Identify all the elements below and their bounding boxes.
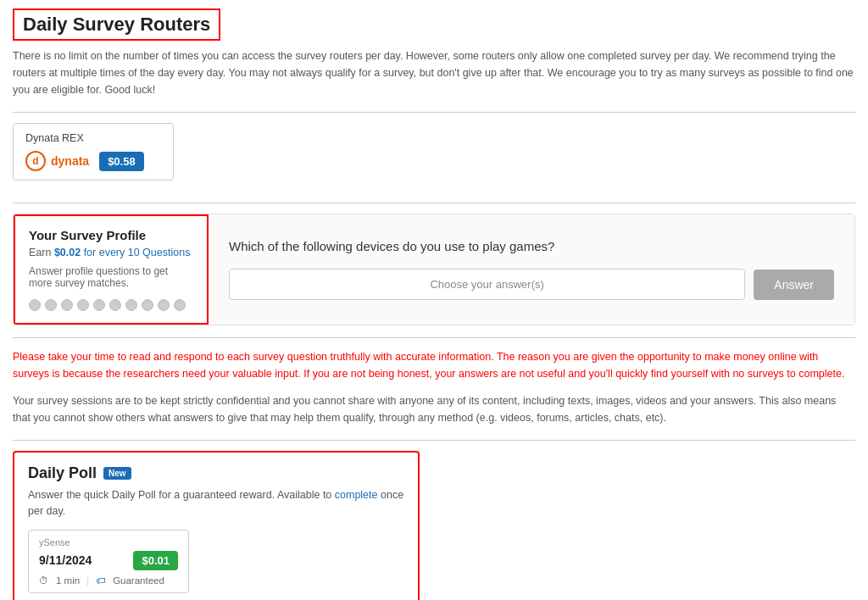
profile-left-panel: Your Survey Profile Earn $0.02 for every… — [14, 214, 209, 325]
poll-brand: ySense — [39, 537, 178, 547]
poll-date: 9/11/2024 — [39, 553, 92, 567]
profile-description: Answer profile questions to get more sur… — [29, 265, 193, 289]
dynata-logo: d dynata — [25, 151, 89, 171]
intro-paragraph: There is no limit on the number of times… — [13, 47, 855, 98]
poll-date-row: 9/11/2024 $0.01 — [39, 551, 178, 570]
poll-reward: $0.01 — [133, 551, 178, 570]
earn-suffix: for every 10 Questions — [81, 247, 190, 258]
poll-highlight: complete — [335, 489, 378, 501]
profile-title: Your Survey Profile — [29, 228, 193, 242]
dynata-logo-icon: d — [25, 151, 46, 171]
profile-earn: Earn $0.02 for every 10 Questions — [29, 247, 193, 258]
profile-dots — [29, 299, 193, 311]
dynata-logo-row: d dynata $0.58 — [25, 151, 161, 171]
divider-3 — [13, 337, 855, 338]
daily-poll-card: Daily Poll New Answer the quick Daily Po… — [13, 451, 420, 600]
divider-4 — [13, 440, 855, 441]
dot-2 — [45, 299, 57, 311]
profile-question: Which of the following devices do you us… — [229, 239, 834, 253]
dot-8 — [142, 299, 153, 311]
dynata-card: Dynata REX d dynata $0.58 — [13, 123, 174, 181]
confidential-paragraph: Your survey sessions are to be kept stri… — [13, 392, 855, 426]
profile-section: Your Survey Profile Earn $0.02 for every… — [13, 214, 855, 325]
warning-paragraph: Please take your time to read and respon… — [13, 348, 855, 382]
dynata-logo-text: dynata — [51, 154, 89, 168]
poll-inner-card[interactable]: ySense 9/11/2024 $0.01 ⏱ 1 min | 🏷 Guara… — [28, 530, 189, 593]
divider-1 — [13, 112, 855, 113]
dynata-card-title: Dynata REX — [25, 132, 161, 144]
new-badge: New — [103, 467, 131, 480]
poll-meta: ⏱ 1 min | 🏷 Guaranteed — [39, 575, 178, 586]
dot-4 — [77, 299, 89, 311]
dot-3 — [61, 299, 73, 311]
dot-1 — [29, 299, 41, 311]
poll-duration: 1 min — [56, 575, 80, 586]
profile-right-panel: Which of the following devices do you us… — [209, 214, 854, 325]
poll-description: Answer the quick Daily Poll for a guaran… — [28, 487, 404, 519]
answer-input[interactable]: Choose your answer(s) — [229, 269, 745, 300]
answer-button[interactable]: Answer — [754, 269, 834, 300]
daily-poll-title: Daily Poll — [28, 464, 97, 482]
title-box: Daily Survey Routers — [13, 8, 220, 41]
dot-5 — [93, 299, 105, 311]
clock-icon: ⏱ — [39, 575, 49, 586]
answer-row: Choose your answer(s) Answer — [229, 269, 834, 300]
guaranteed-label: Guaranteed — [113, 575, 164, 586]
daily-poll-title-row: Daily Poll New — [28, 464, 404, 482]
dot-9 — [158, 299, 170, 311]
dot-6 — [109, 299, 121, 311]
dot-10 — [174, 299, 186, 311]
earn-label: Earn — [29, 247, 54, 258]
earn-amount: $0.02 — [54, 247, 81, 258]
guaranteed-icon: 🏷 — [96, 575, 106, 586]
dynata-reward-badge[interactable]: $0.58 — [99, 152, 144, 171]
page-title: Daily Survey Routers — [23, 14, 210, 36]
dot-7 — [125, 299, 137, 311]
poll-meta-divider: | — [86, 575, 89, 586]
divider-2 — [13, 203, 855, 203]
